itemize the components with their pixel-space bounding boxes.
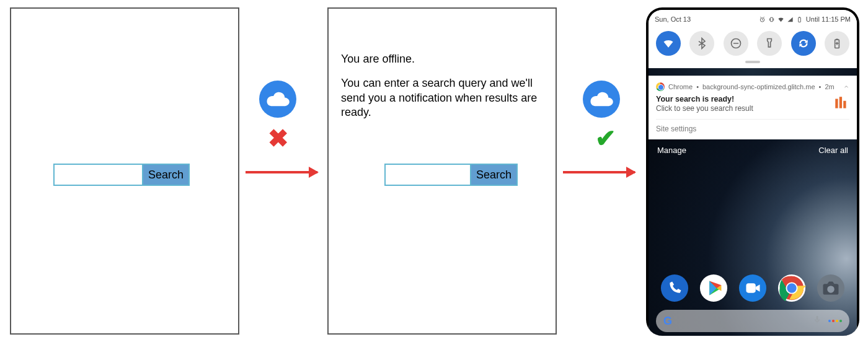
qs-wifi[interactable] [656,31,681,56]
search-input-2[interactable] [384,164,471,186]
notification-app-name: Chrome [668,83,693,90]
cross-icon: ✖ [268,124,289,152]
svg-rect-2 [799,17,801,22]
notification-site-settings[interactable]: Site settings [656,119,849,133]
search-input[interactable] [53,164,143,186]
dot-sep: • [696,83,699,90]
notification-app-icon [833,95,849,111]
qs-bluetooth[interactable] [689,31,714,56]
cloud-icon [265,91,290,107]
notification-header: Chrome • background-sync-optimized.glitc… [656,82,849,91]
dock-duo[interactable] [738,274,767,302]
google-search-bar[interactable]: G [656,310,849,332]
shade-handle[interactable] [745,61,760,63]
flashlight-icon [763,37,776,50]
search-button-2[interactable]: Search [471,164,518,186]
clear-all-button[interactable]: Clear all [818,146,848,155]
arrow-1 [246,171,317,173]
svg-rect-3 [799,17,800,17]
check-icon: ✔ [595,124,616,152]
battery-saver-icon [831,37,843,50]
bluetooth-icon [696,37,708,50]
signal-icon [787,16,794,23]
play-store-icon [699,274,728,302]
dnd-icon [730,37,742,50]
wallpaper-area: Manage Clear all G [649,139,857,336]
arrow-2 [563,171,635,173]
offline-body: You can enter a search query and we'll s… [341,76,543,120]
wallpaper-strip [649,68,857,76]
qs-autorotate[interactable] [791,31,816,56]
notification-body: Your search is ready! Click to see you s… [656,91,849,113]
qs-battery-saver[interactable] [825,31,849,56]
notification-card[interactable]: Chrome • background-sync-optimized.glitc… [649,76,857,139]
dock-chrome[interactable] [777,274,806,302]
statusbar-icons [759,16,803,23]
panel-offline-message: You are offline. You can enter a search … [327,7,557,335]
cloud-icon [589,91,614,107]
notification-title: Your search is ready! [656,95,753,103]
qs-dnd[interactable] [724,31,748,56]
alarm-icon [759,16,766,23]
panel-initial: Search [10,7,239,335]
svg-rect-8 [839,97,842,108]
assistant-icon[interactable] [828,320,842,322]
autorotate-icon [797,37,810,50]
manage-button[interactable]: Manage [657,146,686,155]
phone-screen: Sun, Oct 13 Until 11:15 PM [649,10,857,336]
camera-icon [817,274,845,302]
statusbar-date: Sun, Oct 13 [655,15,691,23]
chrome-icon [656,82,665,91]
network-status-badge-1 [259,81,296,118]
notification-text: Click to see you search result [656,104,753,113]
chrome-app-icon [777,274,806,302]
svg-point-10 [661,274,688,302]
dock-camera[interactable] [817,274,845,302]
statusbar-until-label: Until 11:15 PM [806,15,851,23]
notification-age: 2m [825,83,834,90]
dock-phone[interactable] [660,274,689,302]
svg-rect-7 [835,99,838,108]
phone-frame: Sun, Oct 13 Until 11:15 PM [646,7,859,336]
svg-rect-9 [843,101,846,108]
quick-settings-row [655,25,851,59]
vibrate-icon [768,16,775,23]
phone-icon [660,274,689,302]
diagram-stage: Search ✖ You are offline. You can enter … [0,0,868,342]
wifi-icon [662,37,675,50]
svg-point-20 [828,286,835,293]
dock [649,274,857,302]
search-row: Search [53,164,190,186]
network-status-badge-2 [583,81,620,118]
statusbar: Sun, Oct 13 Until 11:15 PM [655,14,851,25]
chevron-up-icon[interactable] [843,84,849,90]
dock-play[interactable] [699,274,728,302]
shade-actions: Manage Clear all [649,139,857,161]
svg-rect-13 [746,283,755,292]
mic-icon[interactable] [812,315,822,327]
svg-rect-21 [817,316,818,320]
offline-text: You are offline. You can enter a search … [341,52,543,130]
svg-rect-6 [836,39,838,40]
search-button[interactable]: Search [143,164,190,186]
dot-sep: • [819,83,822,90]
notification-source: background-sync-optimized.glitch.me [702,83,815,90]
search-row-2: Search [384,164,518,186]
qs-flashlight[interactable] [757,31,782,56]
offline-heading: You are offline. [341,52,543,66]
google-g-icon: G [663,315,672,328]
duo-icon [738,274,767,302]
wifi-small-icon [777,16,784,23]
svg-rect-1 [771,17,773,21]
notification-shade: Sun, Oct 13 Until 11:15 PM [649,10,857,68]
battery-icon [796,16,803,23]
